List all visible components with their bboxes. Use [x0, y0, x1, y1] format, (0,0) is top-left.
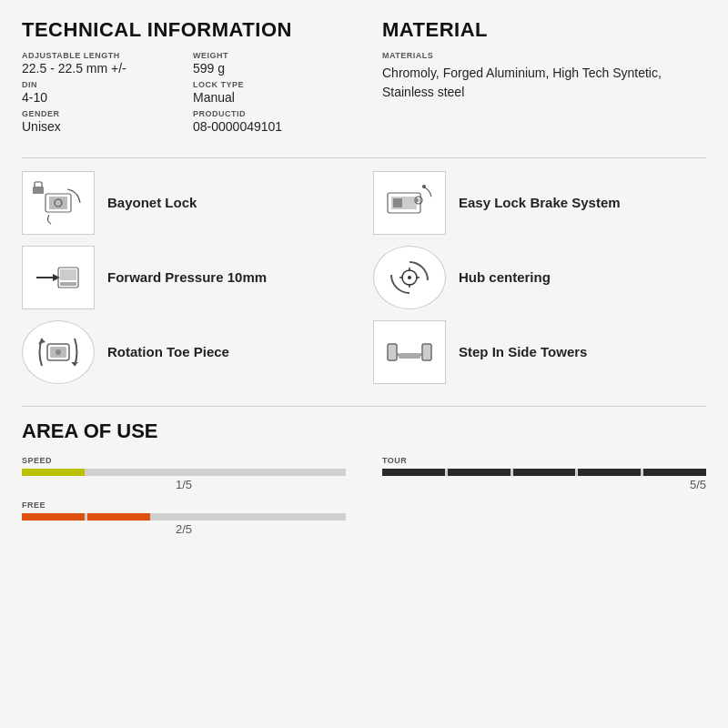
feature-step-in-towers: Step In Side Towers: [373, 320, 706, 384]
top-section: TECHNICAL INFORMATION ADJUSTABLE LENGTH …: [22, 18, 706, 139]
speed-label: SPEED: [22, 456, 346, 465]
spec-col-2: WEIGHT 599 g LOCK TYPE Manual PRODUCTID …: [193, 51, 346, 139]
svg-rect-28: [389, 345, 396, 359]
hub-centering-icon-circle: [373, 246, 446, 309]
speed-seg-1: [22, 469, 85, 476]
free-bar-group: FREE 2/5: [22, 500, 346, 536]
tour-seg-4: [578, 469, 641, 476]
bars-grid: SPEED 1/5 TOUR 5/5 FREE: [22, 456, 706, 536]
rotation-toe-icon: [33, 329, 84, 375]
svg-rect-14: [60, 269, 76, 280]
svg-marker-23: [71, 362, 78, 366]
free-seg-3: [153, 513, 216, 521]
forward-pressure-label: Forward Pressure 10mm: [107, 269, 267, 286]
speed-bar-group: SPEED 1/5: [22, 456, 346, 491]
free-score: 2/5: [22, 522, 346, 536]
spec-item-productid: PRODUCTID 08-0000049101: [193, 109, 346, 135]
feature-hub-centering: Hub centering: [373, 246, 706, 309]
svg-rect-3: [49, 197, 67, 209]
tour-seg-1: [382, 469, 445, 476]
area-of-use-title: AREA OF USE: [22, 406, 706, 443]
speed-seg-4: [217, 469, 280, 476]
svg-rect-15: [60, 282, 76, 286]
bayonet-lock-icon: [33, 180, 84, 226]
free-bar-track: [22, 513, 346, 521]
speed-seg-5: [283, 469, 346, 476]
features-section: Bayonet Lock Easy Lock Brake System: [22, 157, 706, 384]
step-in-towers-icon: [384, 329, 435, 375]
spec-col-1: ADJUSTABLE LENGTH 22.5 - 22.5 mm +/- DIN…: [22, 51, 175, 139]
speed-seg-2: [87, 469, 150, 476]
spec-item-gender: GENDER Unisex: [22, 109, 175, 135]
easy-lock-brake-icon: [384, 180, 435, 226]
spec-item-din: DIN 4-10: [22, 80, 175, 106]
svg-marker-22: [38, 339, 46, 344]
bayonet-lock-label: Bayonet Lock: [107, 195, 197, 211]
svg-point-17: [408, 276, 411, 279]
tour-seg-3: [513, 469, 576, 476]
tour-bar-group: TOUR 5/5: [382, 456, 706, 491]
material-title: MATERIAL: [382, 18, 706, 42]
svg-point-26: [56, 349, 61, 355]
svg-rect-9: [415, 198, 419, 202]
feature-rotation-toe: Rotation Toe Piece: [22, 320, 355, 384]
feature-bayonet-lock: Bayonet Lock: [22, 171, 355, 235]
speed-bar-track: [22, 469, 346, 476]
spec-item-length: ADJUSTABLE LENGTH 22.5 - 22.5 mm +/-: [22, 51, 175, 76]
rotation-toe-label: Rotation Toe Piece: [107, 344, 229, 360]
step-in-towers-label: Step In Side Towers: [459, 344, 587, 360]
tour-bar-track: [382, 469, 706, 476]
free-seg-5: [283, 513, 346, 521]
tour-label: TOUR: [382, 456, 706, 465]
svg-marker-12: [53, 274, 60, 281]
svg-rect-30: [423, 345, 430, 359]
speed-seg-3: [153, 469, 216, 476]
svg-rect-1: [33, 187, 44, 194]
tech-title: TECHNICAL INFORMATION: [22, 18, 346, 42]
easy-lock-brake-label: Easy Lock Brake System: [459, 195, 621, 211]
free-seg-2: [87, 513, 150, 521]
easy-lock-brake-icon-box: [373, 171, 446, 235]
tour-seg-5: [643, 469, 706, 476]
feature-forward-pressure: Forward Pressure 10mm: [22, 246, 355, 309]
bayonet-lock-icon-box: [22, 171, 95, 235]
step-in-towers-icon-box: [373, 320, 446, 384]
spec-item-lock-type: LOCK TYPE Manual: [193, 80, 346, 106]
tour-score: 5/5: [382, 478, 706, 491]
tech-info-panel: TECHNICAL INFORMATION ADJUSTABLE LENGTH …: [22, 18, 346, 139]
speed-score: 1/5: [22, 478, 346, 491]
tour-seg-2: [448, 469, 511, 476]
forward-pressure-icon-box: [22, 246, 95, 309]
hub-centering-icon: [384, 255, 435, 300]
forward-pressure-icon: [33, 255, 84, 300]
free-seg-1: [22, 513, 85, 521]
rotation-toe-icon-circle: [22, 320, 95, 384]
svg-rect-7: [393, 198, 402, 207]
feature-easy-lock-brake: Easy Lock Brake System: [373, 171, 706, 235]
svg-rect-31: [399, 353, 420, 359]
spec-grid: ADJUSTABLE LENGTH 22.5 - 22.5 mm +/- DIN…: [22, 51, 346, 139]
svg-point-10: [422, 185, 426, 188]
spec-item-weight: WEIGHT 599 g: [193, 51, 346, 76]
area-of-use-section: AREA OF USE SPEED 1/5 TOUR: [22, 406, 706, 536]
material-panel: MATERIAL MATERIALS Chromoly, Forged Alum…: [382, 18, 706, 139]
hub-centering-label: Hub centering: [459, 269, 551, 286]
free-label: FREE: [22, 500, 346, 510]
free-seg-4: [217, 513, 280, 521]
